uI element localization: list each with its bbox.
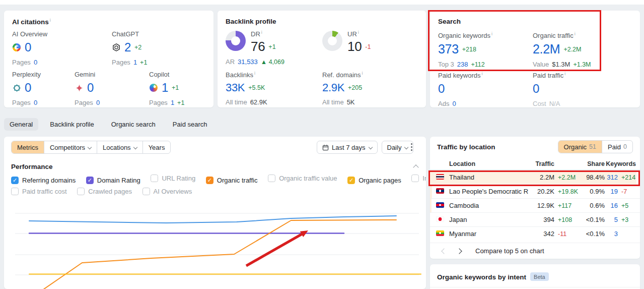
info-icon[interactable]: i <box>50 18 51 23</box>
stat-organic-traffic: Organic traffici 2.2M +2.2M Value$1.3M+1… <box>533 31 591 68</box>
collapse-chevron-icon[interactable] <box>413 164 418 170</box>
date-range-button[interactable]: Last 7 days <box>317 141 378 154</box>
metric-checkbox-ai-overviews[interactable]: ✓AI Overviews <box>142 188 192 195</box>
prev-page-icon[interactable] <box>442 247 446 255</box>
gemini-icon <box>75 83 84 92</box>
stat-backlinks: Backlinksi 33K +5.5K All time62.9K <box>226 71 267 106</box>
info-icon[interactable]: i <box>491 31 492 36</box>
organic-keywords-value[interactable]: 373 <box>438 42 459 56</box>
gemini-value: 0 <box>87 81 94 95</box>
metric-checkbox-referring-domains[interactable]: ✓Referring domains <box>11 177 76 184</box>
tab-paid-search[interactable]: Paid search <box>167 118 213 131</box>
backlink-profile-title: Backlink profile <box>226 18 276 25</box>
compare-top5-link[interactable]: Compare top 5 on chart <box>475 247 544 255</box>
filter-metrics[interactable]: Metrics <box>12 141 44 153</box>
stat-gemini: Gemini 0 Pages0 <box>75 71 100 106</box>
toggle-paid[interactable]: Paid0 <box>602 141 632 153</box>
location-row-cambodia[interactable]: Cambodia 12.9K +117 0.6% 16 +5 <box>430 198 640 212</box>
divider <box>430 287 640 287</box>
chevron-down-icon <box>368 145 372 149</box>
metric-checkbox-paid-traffic-cost[interactable]: ✓Paid traffic cost <box>11 188 67 195</box>
next-page-icon[interactable] <box>457 247 461 255</box>
location-row-laos[interactable]: Lao People's Democratic Republic 20.2K +… <box>430 184 640 198</box>
metric-checkbox-url-rating[interactable]: ✓URL Rating <box>151 175 195 182</box>
stat-organic-keywords: Organic keywordsi 373 +218 Top 3238+112 <box>438 31 492 68</box>
google-icon <box>12 43 21 52</box>
metric-checkbox-impressions[interactable]: ✓Impressions <box>411 175 426 182</box>
checkbox-icon: ✓ <box>151 175 158 182</box>
metric-checkbox-organic-pages[interactable]: ✓Organic pages <box>347 177 401 184</box>
ur-value: 10 <box>347 39 362 54</box>
location-table-header: Location Traffic Share Keywords <box>430 158 640 170</box>
paid-traffic-value: 0 <box>533 82 539 96</box>
stat-perplexity: Perplexity 0 Pages0 <box>12 71 41 106</box>
flag-cambodia-icon <box>436 202 444 208</box>
metric-checkbox-organic-traffic-value[interactable]: ✓Organic traffic value <box>268 175 337 182</box>
metric-toggles-row1: ✓Referring domains ✓Domain Rating ✓URL R… <box>11 175 426 184</box>
metric-checkbox-crawled-pages[interactable]: ✓Crawled pages <box>77 188 132 195</box>
metric-checkbox-organic-traffic[interactable]: ✓Organic traffic <box>206 177 258 184</box>
date-controls: Last 7 days Daily <box>317 141 413 154</box>
info-icon[interactable]: i <box>482 71 483 76</box>
stat-ai-overview: AI Overview 0 Pages0 <box>12 30 47 66</box>
share-bar <box>430 199 432 212</box>
copilot-value: 1 <box>162 81 168 95</box>
checkbox-icon: ✓ <box>206 177 213 184</box>
stat-ur: URi 10 -1 <box>347 30 371 54</box>
perplexity-value: 0 <box>25 81 31 95</box>
backlinks-value[interactable]: 33K <box>226 81 245 94</box>
info-icon[interactable]: i <box>254 71 255 76</box>
more-options-icon[interactable] <box>411 143 412 145</box>
toggle-organic[interactable]: Organic51 <box>558 141 602 153</box>
tab-backlink-profile[interactable]: Backlink profile <box>44 118 99 131</box>
checkbox-icon: ✓ <box>268 175 275 182</box>
traffic-by-location-title: Traffic by location <box>437 143 495 151</box>
calendar-icon <box>322 144 329 151</box>
header-strip <box>0 0 644 5</box>
performance-heading: Performance <box>11 163 53 170</box>
location-row-japan[interactable]: Japan 394 +108 <0.1% 5 +3 <box>430 212 640 226</box>
checkbox-icon: ✓ <box>11 177 19 184</box>
chatgpt-value: 2 <box>124 40 131 54</box>
keywords-by-intent-card: Organic keywords by intentBeta <box>430 264 640 289</box>
checkbox-icon: ✓ <box>77 188 85 195</box>
metric-checkbox-domain-rating[interactable]: ✓Domain Rating <box>86 177 140 184</box>
ai-citations-title: AI citationsi <box>12 18 51 26</box>
stat-chatgpt: ChatGPT 2 +2 Pages1+1 <box>112 30 147 66</box>
chevron-down-icon <box>88 145 92 149</box>
location-row-thailand[interactable]: Thailand 2.2M +2.2M 98.4% 312 +214 <box>430 170 640 184</box>
info-icon[interactable]: i <box>575 31 576 36</box>
performance-chart[interactable] <box>4 197 426 289</box>
backlink-profile-card: Backlink profile DRi 76 +1 AR 31,533 ▲ 4… <box>218 11 426 107</box>
perplexity-icon <box>12 83 21 92</box>
chevron-down-icon <box>404 145 408 149</box>
filter-locations[interactable]: Locations <box>97 141 142 153</box>
paid-keywords-value: 0 <box>438 82 445 96</box>
stat-paid-keywords: Paid keywordsi 0 Ads0 <box>438 71 483 107</box>
organic-traffic-value[interactable]: 2.2M <box>533 42 560 56</box>
stat-paid-traffic: Paid traffici 0 CostN/A <box>533 71 565 107</box>
filter-years[interactable]: Years <box>142 141 171 153</box>
beta-badge: Beta <box>530 272 549 281</box>
info-icon[interactable]: i <box>362 71 363 76</box>
tab-general[interactable]: General <box>4 118 38 131</box>
info-icon[interactable]: i <box>261 30 262 35</box>
filter-competitors[interactable]: Competitors <box>44 141 97 153</box>
ref-domains-value[interactable]: 2.9K <box>322 81 344 94</box>
granularity-button[interactable]: Daily <box>382 141 414 154</box>
tab-organic-search[interactable]: Organic search <box>106 118 161 131</box>
flag-thailand-icon <box>436 174 444 180</box>
location-table-footer: Compare top 5 on chart <box>430 243 640 259</box>
ar-row: AR 31,533 ▲ 4,069 <box>226 58 284 66</box>
metric-toggles-row2: ✓Paid traffic cost ✓Crawled pages ✓AI Ov… <box>11 188 200 197</box>
location-row-myanmar[interactable]: Myanmar 342 -11 <0.1% 3 <box>430 226 640 241</box>
info-icon[interactable]: i <box>358 30 359 35</box>
dashboard-page: AI citationsi AI Overview 0 Pages0 <box>0 0 644 289</box>
stat-ref-domains: Ref. domainsi 2.9K +205 All time5K <box>322 71 363 106</box>
info-icon[interactable]: i <box>564 71 565 76</box>
section-tabs: General Backlink profile Organic search … <box>4 118 213 131</box>
checkbox-icon: ✓ <box>11 188 19 195</box>
performance-card: Metrics Competitors Locations Years Last… <box>4 137 426 289</box>
checkbox-icon: ✓ <box>411 175 419 182</box>
stat-copilot: Copilot 1 +1 Pages1+1 <box>149 71 184 106</box>
